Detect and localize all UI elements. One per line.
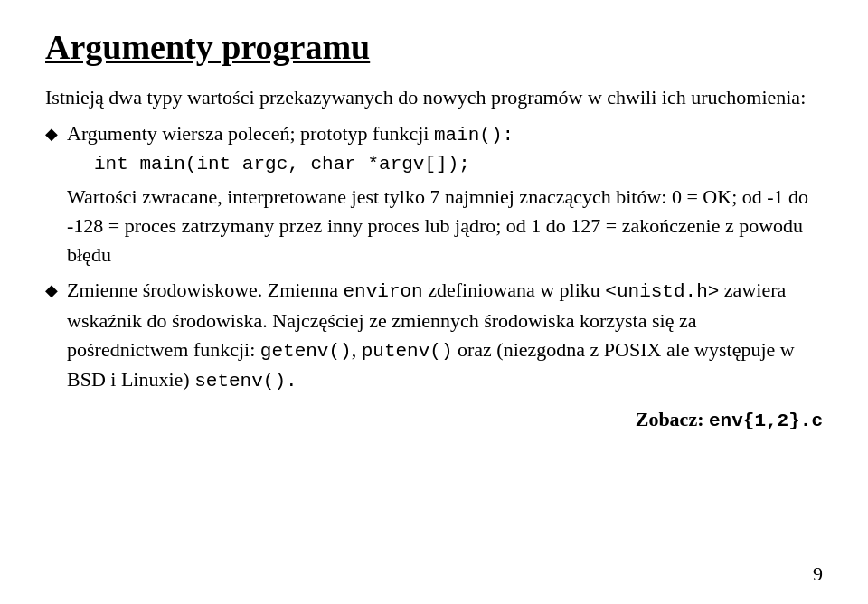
bullet2-mono-environ: environ (344, 281, 423, 302)
bullet2-mono-putenv: putenv() (362, 341, 453, 362)
bullet-diamond-1: ◆ (45, 122, 58, 146)
bullet-diamond-2: ◆ (45, 278, 58, 302)
see-also-section: Zobacz: env{1,2}.c (45, 405, 823, 435)
bullet1-code-line1: int main(int argc, char *argv[]); (94, 154, 470, 175)
bullet1-mono-inline: main(): (434, 125, 514, 146)
bullet-item-1: ◆ Argumenty wiersza poleceń; prototyp fu… (45, 119, 823, 269)
see-also-label: Zobacz: (636, 408, 709, 430)
bullet-text-1: Argumenty wiersza poleceń; prototyp funk… (67, 119, 823, 269)
page-title: Argumenty programu (45, 27, 823, 67)
bullet1-body-text: Wartości zwracane, interpretowane jest t… (67, 185, 808, 266)
bullet2-text-mid: , (352, 338, 362, 361)
bullet2-mono-setenv: setenv(). (194, 371, 297, 392)
see-also-code: env{1,2}.c (709, 411, 823, 431)
page-number: 9 (813, 562, 823, 586)
bullet2-mono-unistd: <unistd.h> (605, 281, 719, 302)
intro-paragraph: Istnieją dwa typy wartości przekazywanyc… (45, 83, 823, 112)
bullet2-text-after: zdefiniowana w pliku (423, 278, 606, 301)
bullet1-code-block: int main(int argc, char *argv[]); (94, 151, 823, 178)
bullet2-text-before: Zmienne środowiskowe. Zmienna (67, 278, 344, 301)
bullet2-mono-getenv: getenv() (260, 341, 352, 362)
bullet1-text-before: Argumenty wiersza poleceń; prototyp funk… (67, 122, 434, 145)
bullet-text-2: Zmienne środowiskowe. Zmienna environ zd… (67, 276, 823, 395)
bullet-item-2: ◆ Zmienne środowiskowe. Zmienna environ … (45, 276, 823, 395)
